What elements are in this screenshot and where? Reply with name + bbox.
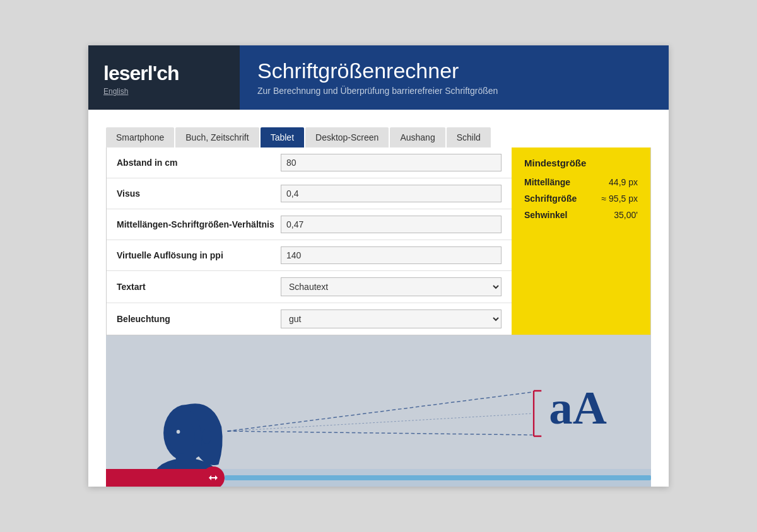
form-row-textart: Textart Schautext Fließtext Tabellentext — [107, 271, 512, 303]
results-label-sehwinkel: Sehwinkel — [524, 210, 567, 220]
visualization: aA — [106, 335, 651, 487]
results-label-mittellaenge: Mittellänge — [524, 177, 570, 187]
form-row-visus: Visus — [107, 178, 512, 209]
results-label-schriftgroesse: Schriftgröße — [524, 194, 577, 204]
input-mittellaengen[interactable] — [281, 216, 502, 233]
tab-tablet[interactable]: Tablet — [261, 127, 304, 147]
page-title: Schriftgrößenrechner — [257, 59, 651, 83]
results-title: Mindestgröße — [524, 158, 638, 168]
input-aufloesung[interactable] — [281, 246, 502, 264]
input-visus-wrapper — [281, 185, 502, 202]
page-subtitle: Zur Berechnung und Überprüfung barrieref… — [257, 86, 651, 96]
arrow-both-icon — [207, 471, 220, 484]
results-value-mittellaenge: 44,9 px — [609, 177, 638, 187]
input-visus[interactable] — [281, 185, 502, 202]
tab-desktop[interactable]: Desktop-Screen — [305, 127, 389, 147]
form-row-mittellaengen: Mittellängen-Schriftgrößen-Verhältnis — [107, 209, 512, 240]
results-row-sehwinkel: Sehwinkel 35,00' — [524, 210, 638, 220]
logo-text: leserl'ch — [103, 63, 225, 83]
select-textart[interactable]: Schautext Fließtext Tabellentext — [281, 277, 502, 296]
svg-line-8 — [228, 413, 533, 431]
distance-bar-blue-fill — [225, 475, 651, 480]
results-row-schriftgroesse: Schriftgröße ≈ 95,5 px — [524, 194, 638, 204]
form-row-abstand: Abstand in cm — [107, 147, 512, 178]
label-aufloesung: Virtuelle Auflösung in ppi — [117, 250, 281, 260]
tab-smartphone[interactable]: Smartphone — [106, 127, 174, 147]
tab-buch[interactable]: Buch, Zeitschrift — [175, 127, 259, 147]
lang-link[interactable]: English — [103, 87, 225, 96]
tab-aushang[interactable]: Aushang — [390, 127, 445, 147]
header-logo: leserl'ch English — [88, 45, 240, 109]
results-panel: Mindestgröße Mittellänge 44,9 px Schrift… — [512, 147, 650, 335]
results-value-sehwinkel: 35,00' — [614, 210, 638, 220]
label-beleuchtung: Beleuchtung — [117, 314, 281, 324]
results-row-mittellaenge: Mittellänge 44,9 px — [524, 177, 638, 187]
form-row-beleuchtung: Beleuchtung gut mittel schlecht — [107, 303, 512, 335]
select-beleuchtung[interactable]: gut mittel schlecht — [281, 309, 502, 328]
svg-point-5 — [177, 430, 180, 434]
svg-marker-12 — [209, 475, 218, 480]
header: leserl'ch English Schriftgrößenrechner Z… — [88, 45, 669, 109]
input-abstand-wrapper — [281, 154, 502, 171]
svg-point-2 — [163, 405, 208, 461]
form-results-row: Abstand in cm Visus Mittellängen-Schrift… — [106, 147, 651, 335]
distance-bar — [106, 469, 651, 487]
tab-schild[interactable]: Schild — [447, 127, 491, 147]
label-abstand: Abstand in cm — [117, 158, 281, 168]
label-mittellaengen: Mittellängen-Schriftgrößen-Verhältnis — [117, 219, 281, 229]
header-title-area: Schriftgrößenrechner Zur Berechnung und … — [240, 45, 669, 109]
input-mittellaengen-wrapper — [281, 216, 502, 233]
distance-bar-red-fill — [106, 469, 213, 487]
input-abstand[interactable] — [281, 154, 502, 171]
label-textart: Textart — [117, 282, 281, 292]
input-aufloesung-wrapper — [281, 246, 502, 264]
main-content: Smartphone Buch, Zeitschrift Tablet Desk… — [88, 110, 669, 487]
form-area: Abstand in cm Visus Mittellängen-Schrift… — [107, 147, 512, 335]
label-visus: Visus — [117, 188, 281, 199]
select-beleuchtung-wrapper: gut mittel schlecht — [281, 309, 502, 328]
text-sample-display: aA — [549, 383, 607, 431]
select-textart-wrapper: Schautext Fließtext Tabellentext — [281, 277, 502, 296]
svg-point-3 — [169, 419, 195, 454]
form-row-aufloesung: Virtuelle Auflösung in ppi — [107, 240, 512, 271]
distance-handle-button[interactable] — [202, 466, 225, 487]
app-container: leserl'ch English Schriftgrößenrechner Z… — [88, 45, 669, 486]
results-value-schriftgroesse: ≈ 95,5 px — [602, 194, 638, 204]
tab-bar: Smartphone Buch, Zeitschrift Tablet Desk… — [106, 127, 651, 147]
svg-line-7 — [228, 431, 533, 435]
svg-line-6 — [228, 392, 533, 431]
svg-point-4 — [202, 429, 211, 444]
